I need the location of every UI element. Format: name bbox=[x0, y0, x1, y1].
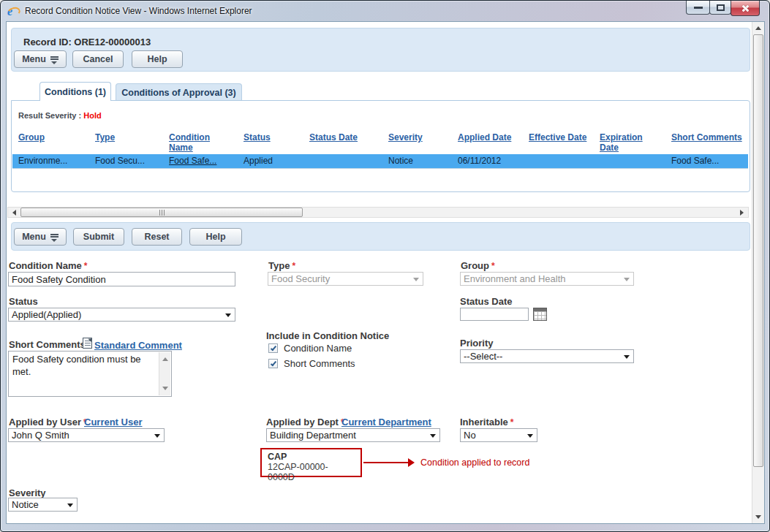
priority-label: Priority bbox=[460, 338, 494, 349]
window-controls bbox=[687, 1, 760, 16]
result-severity-value: Hold bbox=[83, 111, 101, 120]
applied-by-user-label: Applied by User* bbox=[9, 417, 87, 428]
condition-name-input[interactable] bbox=[8, 272, 235, 286]
standard-comment-icon[interactable] bbox=[83, 338, 92, 349]
maximize-button[interactable] bbox=[709, 1, 731, 15]
form-help-button[interactable]: Help bbox=[189, 228, 242, 246]
column-header-status[interactable]: Status bbox=[244, 132, 271, 142]
calendar-icon[interactable] bbox=[533, 308, 547, 321]
vertical-scrollbar-thumb[interactable] bbox=[753, 34, 763, 467]
scroll-down-button[interactable] bbox=[752, 512, 764, 523]
scroll-right-button[interactable] bbox=[736, 208, 748, 217]
arrow-down-icon bbox=[162, 387, 168, 393]
scroll-up-button[interactable] bbox=[752, 22, 764, 34]
page-viewport: Record ID: ORE12-00000013 Menu Cancel He… bbox=[6, 21, 765, 524]
dropdown-arrow-icon bbox=[67, 503, 73, 510]
arrow-down-icon bbox=[755, 515, 761, 522]
table-row[interactable]: Environme... Food Secu... Food Safe... A… bbox=[12, 154, 748, 168]
textarea-scrollbar[interactable] bbox=[159, 352, 170, 395]
column-header-severity[interactable]: Severity bbox=[388, 132, 423, 142]
browser-window: e Record Condition Notice View - Windows… bbox=[0, 0, 770, 532]
required-marker: * bbox=[510, 417, 514, 428]
short-comments-label: Short Comments bbox=[9, 339, 86, 350]
column-header-expiration-date[interactable]: Expiration Date bbox=[600, 132, 643, 153]
required-marker: * bbox=[491, 261, 495, 271]
close-button[interactable] bbox=[731, 1, 760, 16]
include-in-condition-notice-label: Include in Condition Notice bbox=[266, 330, 389, 341]
inheritable-label: Inheritable* bbox=[460, 417, 513, 428]
current-department-link[interactable]: Current Department bbox=[341, 417, 431, 428]
help-button[interactable]: Help bbox=[132, 50, 183, 68]
checkmark-icon bbox=[271, 360, 276, 367]
priority-select[interactable]: --Select-- bbox=[460, 349, 634, 363]
dropdown-arrow-icon bbox=[430, 434, 436, 441]
status-label: Status bbox=[9, 296, 38, 307]
maximize-icon bbox=[717, 4, 725, 11]
annotation-text: Condition applied to record bbox=[420, 457, 529, 468]
short-comments-checkbox-label: Short Comments bbox=[284, 358, 355, 369]
menu-button[interactable]: Menu bbox=[14, 50, 67, 68]
minimize-icon bbox=[694, 7, 703, 9]
page-vertical-scrollbar[interactable] bbox=[752, 22, 764, 523]
dropdown-arrow-icon bbox=[154, 434, 160, 441]
cancel-button[interactable]: Cancel bbox=[72, 50, 124, 68]
menu-dropdown-icon bbox=[50, 233, 58, 241]
form-toolbar-panel: Menu Submit Reset Help bbox=[11, 222, 750, 251]
scrollbar-grip-icon bbox=[162, 210, 162, 216]
window-title: Record Condition Notice View - Windows I… bbox=[25, 6, 252, 16]
short-comments-textarea[interactable]: Food Safety condition must be met. bbox=[8, 351, 172, 397]
current-user-link[interactable]: Current User bbox=[84, 417, 142, 428]
column-header-applied-date[interactable]: Applied Date bbox=[458, 132, 511, 142]
inheritable-select[interactable]: No bbox=[460, 428, 537, 442]
result-severity: Result Severity : Hold bbox=[18, 111, 102, 120]
scroll-left-button[interactable] bbox=[8, 208, 20, 217]
title-bar: e Record Condition Notice View - Windows… bbox=[1, 1, 769, 21]
minimize-button[interactable] bbox=[686, 1, 710, 15]
severity-select[interactable]: Notice bbox=[8, 498, 78, 512]
standard-comment-link[interactable]: Standard Comment bbox=[94, 340, 182, 351]
dropdown-arrow-icon bbox=[624, 355, 630, 362]
dropdown-arrow-icon bbox=[413, 278, 419, 284]
submit-button[interactable]: Submit bbox=[73, 228, 124, 246]
conditions-table: Group Type Condition Name Status Status … bbox=[12, 131, 748, 169]
column-header-type[interactable]: Type bbox=[95, 132, 115, 142]
column-header-group[interactable]: Group bbox=[18, 132, 45, 142]
tab-conditions[interactable]: Conditions (1) bbox=[39, 82, 111, 101]
conditions-tab-panel: Result Severity : Hold Group Type Condit… bbox=[11, 100, 750, 192]
status-date-label: Status Date bbox=[460, 296, 513, 307]
arrow-up-icon bbox=[755, 23, 761, 30]
table-header-row: Group Type Condition Name Status Status … bbox=[12, 131, 748, 154]
cap-value: 12CAP-00000-0000D bbox=[268, 462, 355, 482]
internet-explorer-icon: e bbox=[7, 5, 20, 18]
condition-name-link[interactable]: Food Safe... bbox=[169, 156, 216, 166]
column-header-condition-name[interactable]: Condition Name bbox=[169, 132, 210, 153]
status-date-input[interactable] bbox=[460, 308, 529, 321]
applied-by-user-select[interactable]: John Q Smith bbox=[8, 428, 165, 442]
group-select[interactable]: Environment and Health bbox=[460, 272, 634, 286]
annotation-arrow-line bbox=[363, 462, 408, 463]
column-header-short-comments[interactable]: Short Comments bbox=[671, 132, 742, 142]
cap-callout-box: CAP 12CAP-00000-0000D bbox=[260, 448, 362, 477]
horizontal-scrollbar-thumb[interactable] bbox=[20, 208, 303, 217]
applied-by-dept-label: Applied by Dept* bbox=[266, 417, 344, 428]
arrow-right-icon bbox=[740, 210, 747, 216]
form-menu-button[interactable]: Menu bbox=[14, 228, 67, 246]
reset-button[interactable]: Reset bbox=[132, 228, 182, 246]
tab-conditions-of-approval[interactable]: Conditions of Approval (3) bbox=[116, 83, 242, 101]
record-header-panel: Record ID: ORE12-00000013 Menu Cancel He… bbox=[11, 28, 750, 72]
record-id: Record ID: ORE12-00000013 bbox=[23, 37, 151, 48]
menu-dropdown-icon bbox=[50, 56, 58, 64]
type-select[interactable]: Food Security bbox=[268, 272, 423, 286]
condition-name-checkbox[interactable] bbox=[268, 343, 278, 353]
column-header-status-date[interactable]: Status Date bbox=[309, 132, 358, 142]
close-icon bbox=[741, 4, 750, 13]
status-select[interactable]: Applied(Applied) bbox=[8, 308, 235, 322]
grid-horizontal-scrollbar[interactable] bbox=[7, 207, 749, 218]
dropdown-arrow-icon bbox=[527, 434, 533, 441]
group-label: Group* bbox=[461, 260, 495, 271]
column-header-effective-date[interactable]: Effective Date bbox=[529, 132, 586, 142]
severity-label: Severity bbox=[9, 487, 46, 498]
cap-label: CAP bbox=[268, 452, 355, 462]
short-comments-checkbox[interactable] bbox=[268, 359, 278, 368]
applied-by-dept-select[interactable]: Building Department bbox=[266, 428, 440, 442]
